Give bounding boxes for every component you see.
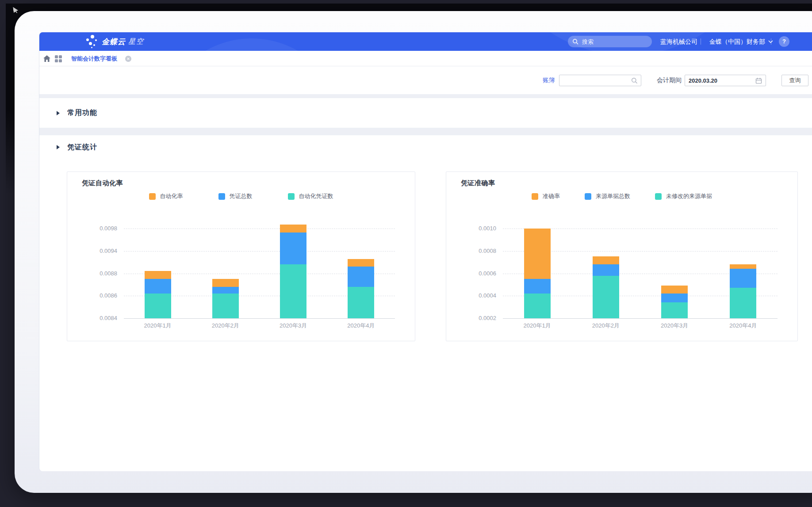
x-axis-label: 2020年1月 [503, 322, 571, 330]
bar-segment[interactable] [661, 294, 688, 302]
apps-grid-icon[interactable] [55, 55, 62, 62]
gridline [124, 251, 395, 252]
legend-item[interactable]: 自动化凭证数 [288, 192, 333, 200]
section-common-functions: 常用功能 [39, 98, 812, 128]
y-axis-label: 0.0086 [67, 292, 117, 299]
expand-arrow-icon[interactable] [57, 145, 60, 149]
tab-label: 智能会计数字看板 [71, 55, 117, 63]
app-content: 金蝶云 星空 蓝海机械公司 金蝶（中国）财务部 [39, 32, 812, 471]
user-department-menu[interactable]: 金蝶（中国）财务部 [709, 32, 773, 51]
chart-card-accuracy: 凭证准确率 准确率来源单据总数未修改的来源单据 0.00020.00040.00… [446, 172, 798, 341]
legend-swatch [288, 193, 295, 200]
bar-segment[interactable] [661, 302, 688, 318]
y-axis-label: 0.0088 [67, 270, 117, 277]
legend-swatch [218, 193, 225, 200]
app-logo[interactable]: 金蝶云 星空 [86, 35, 144, 48]
x-axis-label: 2020年2月 [571, 322, 640, 330]
bar-segment[interactable] [593, 256, 619, 264]
calendar-icon[interactable] [755, 77, 762, 84]
bar-segment[interactable] [524, 279, 551, 294]
navbar-divider [701, 38, 701, 45]
bar-segment[interactable] [730, 269, 756, 288]
plot-area [503, 229, 778, 318]
bar-segment[interactable] [524, 294, 551, 318]
y-axis: 0.00020.00040.00060.00080.0010 [446, 172, 496, 341]
book-input[interactable] [559, 75, 633, 86]
period-date-input[interactable] [685, 75, 754, 86]
bar-segment[interactable] [212, 287, 239, 294]
x-axis-line [124, 318, 395, 319]
book-lookup-field[interactable] [559, 75, 641, 86]
navbar-decor-circle [159, 38, 345, 51]
bar-segment[interactable] [524, 229, 551, 279]
global-search[interactable] [568, 36, 652, 47]
section-stats-header[interactable]: 凭证统计 [39, 135, 812, 159]
logo-text-primary: 金蝶云 [102, 37, 126, 47]
bar-segment[interactable] [145, 271, 171, 279]
legend-label: 凭证总数 [230, 192, 253, 200]
legend-item[interactable]: 凭证总数 [218, 192, 253, 200]
x-axis-line [503, 318, 778, 319]
bar-segment[interactable] [280, 225, 306, 233]
query-button[interactable]: 查询 [781, 75, 808, 86]
company-name: 蓝海机械公司 [660, 32, 697, 51]
x-axis-label: 2020年2月 [192, 322, 259, 330]
legend-label: 未修改的来源单据 [666, 192, 712, 200]
legend-label: 自动化率 [160, 192, 183, 200]
chart-legend: 准确率来源单据总数未修改的来源单据 [446, 192, 797, 200]
legend-label: 自动化凭证数 [299, 192, 333, 200]
bar-segment[interactable] [348, 287, 374, 318]
bar-segment[interactable] [661, 286, 688, 294]
x-axis-label: 2020年3月 [260, 322, 327, 330]
plot-area [124, 229, 395, 318]
section-voucher-stats: 凭证统计 凭证自动化率 自动化率凭证总数自动化凭证数 0.00840.00860… [39, 135, 812, 471]
desktop-background: 金蝶云 星空 蓝海机械公司 金蝶（中国）财务部 [0, 0, 812, 507]
bar-segment[interactable] [593, 276, 619, 318]
bar-segment[interactable] [212, 279, 239, 287]
legend-item[interactable]: 自动化率 [149, 192, 183, 200]
user-department-label: 金蝶（中国）财务部 [709, 32, 765, 51]
bar-segment[interactable] [280, 233, 306, 264]
legend-swatch [655, 193, 662, 200]
x-axis-label: 2020年3月 [640, 322, 709, 330]
home-icon[interactable] [43, 55, 51, 62]
expand-arrow-icon[interactable] [57, 111, 60, 115]
y-axis-label: 0.0094 [67, 248, 117, 254]
y-axis-label: 0.0010 [446, 225, 496, 232]
bar-segment[interactable] [280, 264, 306, 318]
legend-item[interactable]: 未修改的来源单据 [655, 192, 712, 200]
top-navbar: 金蝶云 星空 蓝海机械公司 金蝶（中国）财务部 [39, 32, 812, 51]
y-axis-label: 0.0008 [446, 248, 496, 254]
tab-close-icon[interactable] [125, 56, 131, 62]
legend-item[interactable]: 来源单据总数 [585, 192, 630, 200]
kingdee-dots-icon [86, 35, 98, 48]
filter-bar: 账簿 会计期间 [39, 66, 812, 94]
bar-segment[interactable] [212, 294, 239, 318]
legend-label: 来源单据总数 [596, 192, 630, 200]
period-date-field[interactable] [685, 75, 766, 86]
y-axis-label: 0.0006 [446, 270, 496, 277]
legend-swatch [532, 193, 538, 200]
y-axis-label: 0.0004 [446, 292, 496, 299]
x-axis-label: 2020年4月 [709, 322, 778, 330]
x-axis-label: 2020年4月 [327, 322, 395, 330]
y-axis: 0.00840.00860.00880.00940.0098 [67, 172, 117, 341]
bar-segment[interactable] [145, 279, 171, 294]
legend-item[interactable]: 准确率 [532, 192, 560, 200]
section-common-header[interactable]: 常用功能 [39, 98, 812, 128]
bar-segment[interactable] [145, 294, 171, 318]
search-icon [572, 38, 578, 45]
section-gap [39, 128, 812, 135]
bar-segment[interactable] [348, 259, 374, 267]
y-axis-label: 0.0002 [446, 315, 496, 321]
legend-swatch [149, 193, 156, 200]
bar-segment[interactable] [730, 288, 756, 318]
lookup-search-icon[interactable] [631, 77, 638, 84]
bar-segment[interactable] [593, 264, 619, 275]
bar-segment[interactable] [348, 267, 374, 287]
chart-legend: 自动化率凭证总数自动化凭证数 [67, 192, 415, 200]
help-icon[interactable]: ? [779, 36, 789, 47]
tab-dashboard[interactable]: 智能会计数字看板 [71, 51, 131, 66]
bar-segment[interactable] [730, 264, 756, 269]
search-input[interactable] [581, 38, 645, 46]
